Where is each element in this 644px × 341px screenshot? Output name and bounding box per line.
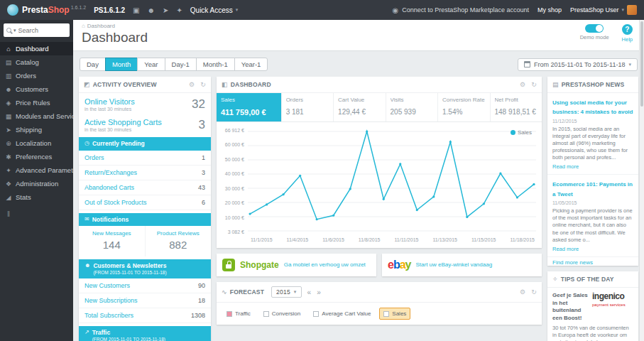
kpi-tab-sales[interactable]: Sales 411 759,00 € <box>217 93 282 121</box>
news-item-date: 11/05/2015 <box>552 200 633 205</box>
range-month-1-button[interactable]: Month-1 <box>196 58 235 71</box>
prestashop-logo-icon <box>7 4 18 16</box>
kpi-tab-orders[interactable]: Orders 3 181 <box>282 93 334 121</box>
forecast-metric[interactable]: Sales <box>379 308 410 320</box>
truck-icon[interactable]: ➤ <box>163 6 168 14</box>
read-more-link[interactable]: Read more <box>552 163 579 170</box>
sidebar-item-dashboard[interactable]: ⌂Dashboard <box>0 42 73 55</box>
prestashop-logo[interactable]: PrestaShop1.6.1.2 <box>7 4 86 16</box>
person-icon[interactable]: ☻ <box>148 6 155 14</box>
new-messages-stat[interactable]: New Messages 144 <box>79 226 146 256</box>
sidebar-item-advanced-parameters[interactable]: ✦Advanced Parameters <box>0 163 73 177</box>
refresh-icon[interactable]: ↻ <box>531 288 537 296</box>
shopgate-logo-text: Shopgate <box>240 260 279 270</box>
stats-icon: ◢ <box>5 194 12 201</box>
activity-overview-panel: ◩ ACTIVITY OVERVIEW ⚙ ↻ Online Visitors … <box>79 77 211 341</box>
tips-of-the-day-panel: ✧ TIPS OF THE DAY ingenico payment servi… <box>547 271 638 341</box>
kpi-tab-cart-value[interactable]: Cart Value 129,44 € <box>334 93 386 121</box>
next-year-button[interactable]: » <box>317 288 321 296</box>
breadcrumb[interactable]: ⌂ Dashboard <box>82 23 635 29</box>
date-range-picker[interactable]: From 2015-11-01 To 2015-11-18 ▾ <box>518 58 638 71</box>
shopgate-ad-panel: Shopgate Ga mobiel en verhoog uw omzet <box>217 254 376 276</box>
shipping-icon: ➤ <box>5 126 12 134</box>
sidebar-item-orders[interactable]: ▥Orders <box>0 69 73 82</box>
activity-icon: ◩ <box>84 81 90 88</box>
checkbox-icon <box>227 311 232 317</box>
news-item-excerpt: Picking a payment provider is one of the… <box>552 207 633 244</box>
quick-access-menu[interactable]: Quick Access ▾ <box>190 6 239 14</box>
notifications-columns: New Messages 144 Product Reviews 882 <box>79 226 211 256</box>
chevron-down-icon[interactable]: ▾ <box>13 28 16 33</box>
shopgate-ad-link[interactable]: Ga mobiel en verhoog uw omzet <box>284 261 366 269</box>
sidebar-item-price-rules[interactable]: ◈Price Rules <box>0 96 73 109</box>
gift-icon[interactable]: ✦ <box>176 6 182 14</box>
demo-mode-toggle[interactable] <box>585 24 604 33</box>
news-item-title-link[interactable]: Ecommerce 101: Payments in a Tweet <box>552 181 633 197</box>
window-scrollbar[interactable] <box>639 20 644 341</box>
range-month-button[interactable]: Month <box>105 58 138 71</box>
kpi-tab-visits[interactable]: Visits 205 939 <box>386 93 438 121</box>
abandoned-carts-row: Abandoned Carts 43 <box>79 180 211 195</box>
kpi-tab-conversion-rate[interactable]: Conversion Rate 1.54% <box>438 93 490 121</box>
forecast-metric[interactable]: Average Cart Value <box>309 308 375 320</box>
main-content: ⌂ Dashboard Dashboard Demo mode ? Help D… <box>73 20 644 341</box>
gear-icon[interactable]: ⚙ <box>520 288 525 296</box>
active-carts-stat: Active Shopping Carts in the last 30 min… <box>79 114 211 134</box>
tips-text: 30 tot 70% van de consumenten in Europa … <box>552 325 633 341</box>
kpi-tab-net-profit[interactable]: Net Profit 148 918,51 € <box>491 93 542 121</box>
cart-icon[interactable]: ▣ <box>133 6 139 14</box>
gear-icon[interactable]: ⚙ <box>520 81 525 88</box>
range-year-1-button[interactable]: Year-1 <box>234 58 268 71</box>
news-item-title-link[interactable]: Using social media for your business: 4 … <box>552 99 633 115</box>
find-more-news-link[interactable]: Find more news <box>547 254 598 271</box>
product-reviews-stat[interactable]: Product Reviews 882 <box>146 226 212 256</box>
sidebar-item-localization[interactable]: ⊕Localization <box>0 136 73 150</box>
scrollbar-thumb[interactable] <box>640 21 643 107</box>
sidebar-item-shipping[interactable]: ➤Shipping <box>0 123 73 136</box>
range-year-button[interactable]: Year <box>137 58 165 71</box>
checkbox-icon <box>263 311 269 317</box>
notifications-header: ✉ Notifications <box>79 213 211 227</box>
active-carts-value: 3 <box>199 118 205 132</box>
sidebar-item-customers[interactable]: ☻Customers <box>0 82 73 96</box>
refresh-icon[interactable]: ↻ <box>531 81 537 88</box>
sales-chart-area: Sales 66 912 €60 000 €50 000 €40 000 €30… <box>217 122 542 248</box>
sidebar-item-modules[interactable]: ▦Modules and Services <box>0 109 73 123</box>
search-input[interactable] <box>18 27 67 34</box>
refresh-icon[interactable]: ↻ <box>200 81 206 88</box>
collapse-sidebar-button[interactable]: ‖ <box>0 204 73 224</box>
advanced-parameters-icon: ✦ <box>5 167 12 174</box>
help-icon[interactable]: ? <box>622 24 633 35</box>
demo-mode-control: Demo mode <box>580 24 609 43</box>
active-carts-link[interactable]: Active Shopping Carts <box>84 118 162 126</box>
sidebar-item-administration[interactable]: ❖Administration <box>0 177 73 190</box>
range-day-1-button[interactable]: Day-1 <box>165 58 197 71</box>
forecast-metric[interactable]: Conversion <box>259 308 305 320</box>
price-rules-icon: ◈ <box>5 99 12 107</box>
preferences-icon: ✱ <box>5 153 12 161</box>
sidebar-item-preferences[interactable]: ✱Preferences <box>0 150 73 163</box>
range-day-button[interactable]: Day <box>80 58 106 71</box>
sidebar-item-stats[interactable]: ◢Stats <box>0 190 73 204</box>
traffic-header: ↗ Traffic (FROM 2015-11-01 TO 2015-11-18… <box>79 326 211 341</box>
dashboard-panel: ◧ DASHBOARD ⚙ ↻ Sales 411 759,00 € Order… <box>217 77 542 248</box>
gear-icon[interactable]: ⚙ <box>189 81 195 88</box>
sidebar-item-catalog[interactable]: ▤Catalog <box>0 55 73 69</box>
search-icon <box>6 28 11 33</box>
user-menu[interactable]: PrestaShop User ▾ <box>570 5 637 15</box>
chart-x-axis: 11/1/201511/4/201511/6/201511/8/201511/1… <box>222 234 536 248</box>
forecast-metric[interactable]: Traffic <box>222 308 255 320</box>
ebay-ad-link[interactable]: Start uw eBay-winkel vandaag <box>416 261 493 269</box>
prestashop-logo-text: PrestaShop1.6.1.2 <box>22 5 86 15</box>
online-visitors-link[interactable]: Online Visitors <box>84 97 135 106</box>
shop-name-link[interactable]: PS1.6.1.2 <box>94 6 125 14</box>
new-subscriptions-row: New Subscriptions 18 <box>79 293 211 308</box>
customers-icon: ☻ <box>5 86 12 93</box>
my-shop-link[interactable]: My shop <box>537 6 562 13</box>
news-icon: ▤ <box>552 81 559 88</box>
read-more-link[interactable]: Read more <box>552 246 579 252</box>
previous-year-button[interactable]: « <box>307 288 312 296</box>
forecast-panel-title: FORECAST <box>230 288 264 296</box>
forecast-year-select[interactable]: 2015 ▾ <box>271 286 301 298</box>
marketplace-link[interactable]: ◉ Connect to PrestaShop Marketplace acco… <box>393 6 529 14</box>
